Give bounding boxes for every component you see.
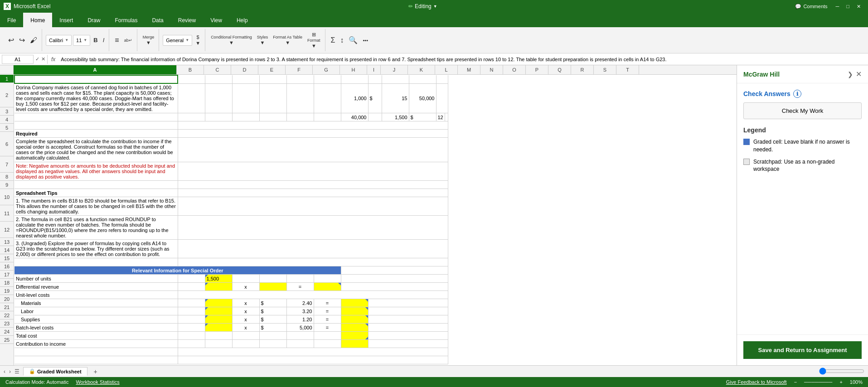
cell-B19[interactable] <box>178 307 205 315</box>
horizontal-scroll[interactable] <box>819 368 864 376</box>
cell-G1[interactable] <box>314 75 341 83</box>
row-header-20[interactable]: 20 <box>0 295 14 303</box>
cell-A4[interactable] <box>15 121 178 130</box>
cell-E20[interactable]: $ <box>259 315 286 324</box>
cell-H19[interactable] <box>341 307 368 315</box>
cell-D19[interactable]: x <box>232 307 259 315</box>
cell-A11[interactable]: 2. The formula in cell B21 uses a functi… <box>15 216 178 240</box>
tab-review[interactable]: Review <box>171 13 203 27</box>
row-header-4[interactable]: 4 <box>0 116 14 124</box>
cell-D15[interactable] <box>232 275 259 283</box>
check-icon[interactable]: ✓ <box>35 56 39 62</box>
cell-C3[interactable] <box>205 113 232 121</box>
cell-E16[interactable] <box>259 283 286 291</box>
col-header-M[interactable]: M <box>458 65 480 74</box>
italic-button[interactable]: I <box>101 36 107 44</box>
row-header-3[interactable]: 3 <box>0 107 14 116</box>
cell-J1[interactable] <box>382 75 409 83</box>
cell-A5[interactable]: Required <box>15 130 178 138</box>
panel-expand-button[interactable]: ❯ <box>848 71 853 78</box>
editing-badge[interactable]: ✏ Editing ▼ <box>408 3 437 10</box>
cell-C23[interactable] <box>205 340 232 348</box>
cell-A24[interactable] <box>15 348 178 356</box>
cell-F15[interactable] <box>286 275 314 283</box>
cell-A23[interactable]: Contribution to income <box>15 340 178 348</box>
cell-D2[interactable] <box>232 83 259 113</box>
save-return-button[interactable]: Save and Return to Assignment <box>743 341 862 359</box>
col-header-O[interactable]: O <box>503 65 526 74</box>
cell-E3[interactable] <box>259 113 286 121</box>
cell-G23[interactable] <box>314 340 341 348</box>
bold-button[interactable]: B <box>92 36 99 44</box>
add-sheet-button[interactable]: + <box>91 367 100 376</box>
row-header-1[interactable]: 1 <box>0 75 14 83</box>
cell-C15[interactable]: 1,500 <box>205 275 232 283</box>
cell-E23[interactable] <box>259 340 286 348</box>
row-header-7[interactable]: 7 <box>0 156 14 173</box>
cell-F2[interactable] <box>286 83 314 113</box>
cell-D20[interactable]: x <box>232 315 259 324</box>
align-button[interactable]: ≡ <box>113 36 121 45</box>
minimize-icon[interactable]: ─ <box>832 3 843 10</box>
sort-button[interactable]: ↕ <box>338 36 345 45</box>
cell-E21[interactable]: $ <box>259 324 286 332</box>
conditional-formatting-button[interactable]: Conditional Formatting▼ <box>209 34 254 46</box>
row-header-23[interactable]: 23 <box>0 319 14 328</box>
zoom-in-icon[interactable]: + <box>839 379 842 385</box>
cell-B23[interactable] <box>178 340 205 348</box>
row-header-21[interactable]: 21 <box>0 303 14 311</box>
row-header-17[interactable]: 17 <box>0 271 14 279</box>
styles-button[interactable]: Styles▼ <box>255 34 270 46</box>
tab-view[interactable]: View <box>203 13 229 27</box>
cell-B15[interactable] <box>178 275 205 283</box>
cell-J2[interactable]: 15 <box>382 83 409 113</box>
sum-button[interactable]: Σ <box>329 36 337 45</box>
close-icon[interactable]: ✕ <box>853 3 864 10</box>
cell-G3[interactable] <box>314 113 341 121</box>
check-my-work-button[interactable]: Check My Work <box>743 102 862 119</box>
cell-C22[interactable] <box>205 332 232 340</box>
cell-D3[interactable] <box>232 113 259 121</box>
cell-A21[interactable]: Batch-level costs <box>15 324 178 332</box>
cell-E22[interactable] <box>259 332 286 340</box>
workbook-stats-link[interactable]: Workbook Statistics <box>76 379 119 385</box>
cell-D21[interactable]: x <box>232 324 259 332</box>
cell-E15[interactable] <box>259 275 286 283</box>
cell-B21[interactable] <box>178 324 205 332</box>
col-header-P[interactable]: P <box>526 65 548 74</box>
cell-I1[interactable] <box>368 75 382 83</box>
row-header-25[interactable]: 25 <box>0 336 14 344</box>
cell-A8[interactable] <box>15 181 178 189</box>
cell-C1[interactable] <box>205 75 232 83</box>
panel-close-button[interactable]: ✕ <box>856 70 862 78</box>
prev-sheet-button[interactable]: ‹ <box>4 368 5 375</box>
cell-A22[interactable]: Total cost <box>15 332 178 340</box>
cell-F19[interactable]: 3.20 <box>286 307 314 315</box>
cell-C21[interactable] <box>205 324 232 332</box>
row-header-2[interactable]: 2 <box>0 83 14 107</box>
cell-D22[interactable] <box>232 332 259 340</box>
row-header-24[interactable]: 24 <box>0 328 14 336</box>
tab-draw[interactable]: Draw <box>80 13 107 27</box>
col-header-L[interactable]: L <box>435 65 458 74</box>
cell-A9[interactable]: Spreadsheet Tips <box>15 189 178 197</box>
comments-button[interactable]: 💬 Comments <box>795 4 827 10</box>
cell-D23[interactable] <box>232 340 259 348</box>
row-header-14[interactable]: 14 <box>0 246 14 254</box>
cell-G22[interactable] <box>314 332 341 340</box>
cell-A12[interactable]: 3. (Ungraded) Explore the power of formu… <box>15 240 178 258</box>
cell-F20[interactable]: 1.20 <box>286 315 314 324</box>
col-header-G[interactable]: G <box>313 65 340 74</box>
cell-G19[interactable]: = <box>314 307 341 315</box>
cell-D1[interactable] <box>232 75 259 83</box>
cell-A17[interactable]: Unit-level costs <box>15 291 178 299</box>
format-painter-button[interactable]: 🖌 <box>28 36 39 45</box>
cell-A6[interactable]: Complete the spreadsheet to calculate th… <box>15 138 178 162</box>
cell-H18[interactable] <box>341 299 368 307</box>
col-header-I[interactable]: I <box>367 65 381 74</box>
tab-data[interactable]: Data <box>145 13 170 27</box>
cell-A7[interactable]: Note: Negative amounts or amounts to be … <box>15 162 178 181</box>
row-header-5[interactable]: 5 <box>0 124 14 132</box>
cell-E2[interactable] <box>259 83 286 113</box>
cell-A14-merged[interactable]: Relevant Information for Special Order <box>15 266 341 275</box>
